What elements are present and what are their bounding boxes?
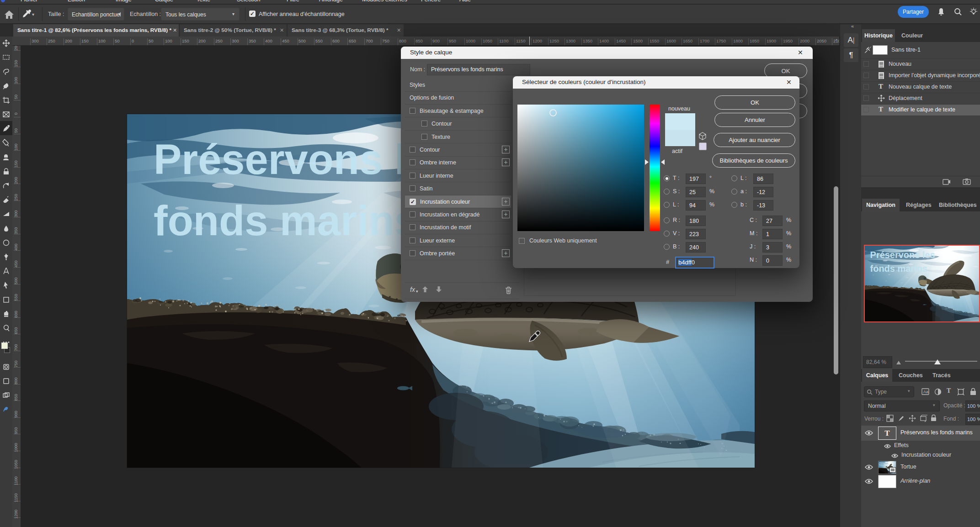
svg-text:Aa: Aa (923, 390, 928, 394)
